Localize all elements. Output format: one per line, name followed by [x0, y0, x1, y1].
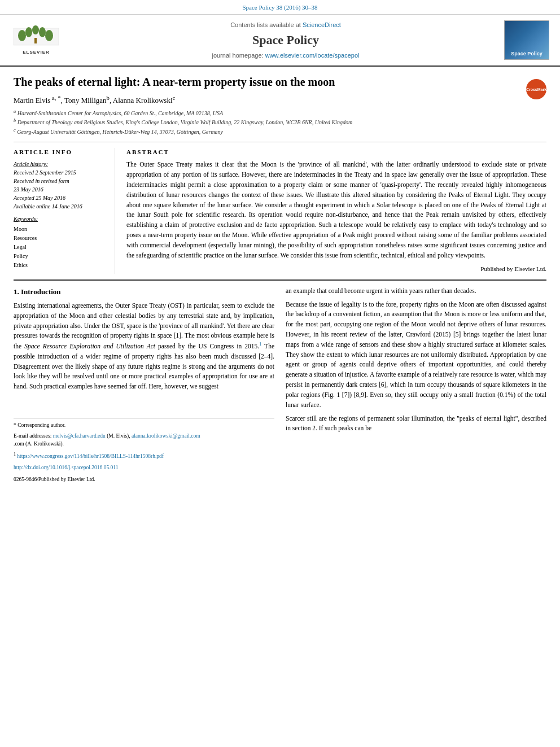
received-date: Received 2 September 2015: [14, 168, 107, 177]
email-footnote: E-mail addresses: melvis@cfa.harvard.edu…: [14, 433, 274, 448]
elsevier-logo-area: ELSEVIER: [8, 20, 70, 60]
sciencedirect-link[interactable]: ScienceDirect: [303, 21, 341, 28]
body-col-left: 1. Introduction Existing international a…: [14, 286, 274, 484]
keyword-moon: Moon: [14, 225, 107, 234]
affiliation-a: a Harvard-Smithsonian Center for Astroph…: [14, 108, 546, 117]
history-label: Article history:: [14, 160, 107, 168]
article-content: Cross Mark The peaks of eternal light: A…: [0, 67, 560, 280]
article-info-heading: ARTICLE INFO: [14, 148, 107, 156]
body-para-right-1: an example that could become urgent in w…: [286, 286, 546, 296]
svg-point-1: [18, 30, 26, 41]
keywords-list: Moon Resources Legal Policy Ethics: [14, 225, 107, 270]
divider-2: [14, 279, 546, 281]
author2-sup: b: [107, 94, 110, 101]
elsevier-tree-svg: [11, 25, 62, 49]
homepage-link[interactable]: www.elsevier.com/locate/spacepol: [265, 52, 360, 59]
article-info-col: ARTICLE INFO Article history: Received 2…: [14, 148, 115, 274]
journal-citation: Space Policy 38 (2016) 30–38: [242, 4, 317, 11]
abstract-col: ABSTRACT The Outer Space Treaty makes it…: [126, 148, 546, 274]
author1-sup: a, *: [50, 94, 60, 101]
keyword-ethics: Ethics: [14, 261, 107, 270]
footnote-divider: [14, 418, 274, 418]
journal-header: ELSEVIER Contents lists available at Sci…: [0, 15, 560, 67]
body-para-1: Existing international agreements, the O…: [14, 301, 274, 392]
info-abstract-row: ARTICLE INFO Article history: Received 2…: [14, 148, 546, 274]
email2-link[interactable]: alanna.krolikowski@gmail.com: [132, 433, 200, 439]
journal-cover-area: Space Policy: [501, 20, 552, 60]
affiliation-b: b Department of Theology and Religious S…: [14, 117, 546, 126]
accepted-date: Accepted 25 May 2016: [14, 194, 107, 202]
abstract-text: The Outer Space Treaty makes it clear th…: [126, 160, 546, 260]
keyword-policy: Policy: [14, 252, 107, 261]
keyword-resources: Resources: [14, 234, 107, 243]
journal-title: Space Policy: [252, 32, 319, 49]
issn-line: 0265-9646/Published by Elsevier Ltd.: [14, 475, 274, 484]
corresponding-author-note: * Corresponding author.: [14, 422, 274, 429]
revised-date: 23 May 2016: [14, 185, 107, 194]
email1-link[interactable]: melvis@cfa.harvard.edu: [53, 433, 106, 439]
svg-rect-6: [34, 38, 37, 43]
article-authors: Martin Elvis a, *, Tony Milliganb, Alann…: [14, 94, 546, 106]
svg-point-4: [39, 27, 46, 37]
body-col-right: an example that could become urgent in w…: [286, 286, 546, 484]
footnotes-area: * Corresponding author. E-mail addresses…: [14, 395, 274, 484]
footnote1-link[interactable]: https://www.congress.gov/114/bills/hr150…: [17, 453, 164, 459]
keyword-legal: Legal: [14, 243, 107, 252]
cover-label: Space Policy: [511, 50, 542, 58]
crossmark-badge-area: Cross Mark: [526, 79, 546, 99]
homepage-line: journal homepage: www.elsevier.com/locat…: [212, 51, 359, 60]
doi-link[interactable]: http://dx.doi.org/10.1016/j.spacepol.201…: [14, 465, 119, 470]
published-by: Published by Elsevier Ltd.: [126, 265, 546, 273]
body-para-right-2: Because the issue of legality is to the …: [286, 300, 546, 410]
divider-1: [14, 142, 546, 142]
affiliation-c: c Georg-August Universität Göttingen, He…: [14, 127, 546, 136]
footnote-1: 1 https://www.congress.gov/114/bills/hr1…: [14, 451, 274, 460]
doi-line: http://dx.doi.org/10.1016/j.spacepol.201…: [14, 464, 274, 472]
received-revised-label: Received in revised form: [14, 177, 107, 185]
journal-cover-image: Space Policy: [504, 20, 549, 60]
top-bar: Space Policy 38 (2016) 30–38: [0, 0, 560, 15]
svg-point-5: [45, 30, 53, 41]
section1-title: 1. Introduction: [14, 286, 274, 298]
author3-name: Alanna Krolikowski: [113, 97, 173, 105]
crossmark-badge: Cross Mark: [526, 79, 546, 99]
article-history: Article history: Received 2 September 20…: [14, 160, 107, 211]
svg-point-2: [25, 27, 32, 37]
keywords-section: Keywords: Moon Resources Legal Policy Et…: [14, 215, 107, 270]
journal-header-center: Contents lists available at ScienceDirec…: [76, 20, 496, 60]
body-columns: 1. Introduction Existing international a…: [0, 286, 560, 495]
abstract-heading: ABSTRACT: [126, 148, 546, 156]
affiliations: a Harvard-Smithsonian Center for Astroph…: [14, 108, 546, 136]
keywords-label: Keywords:: [14, 215, 107, 223]
page: Space Policy 38 (2016) 30–38 ELS: [0, 0, 560, 747]
svg-point-3: [32, 25, 39, 34]
available-date: Available online 14 June 2016: [14, 202, 107, 211]
author3-sup: c: [173, 94, 176, 101]
sciencedirect-line: Contents lists available at ScienceDirec…: [230, 21, 341, 29]
article-title: The peaks of eternal light: A near-term …: [14, 75, 546, 89]
elsevier-logo: ELSEVIER: [8, 23, 64, 57]
elsevier-wordmark: ELSEVIER: [23, 49, 50, 55]
author2-name: Tony Milligan: [64, 97, 107, 105]
body-para-right-3: Scarcer still are the regions of permane…: [286, 414, 546, 434]
author1-name: Martin Elvis: [14, 97, 50, 105]
